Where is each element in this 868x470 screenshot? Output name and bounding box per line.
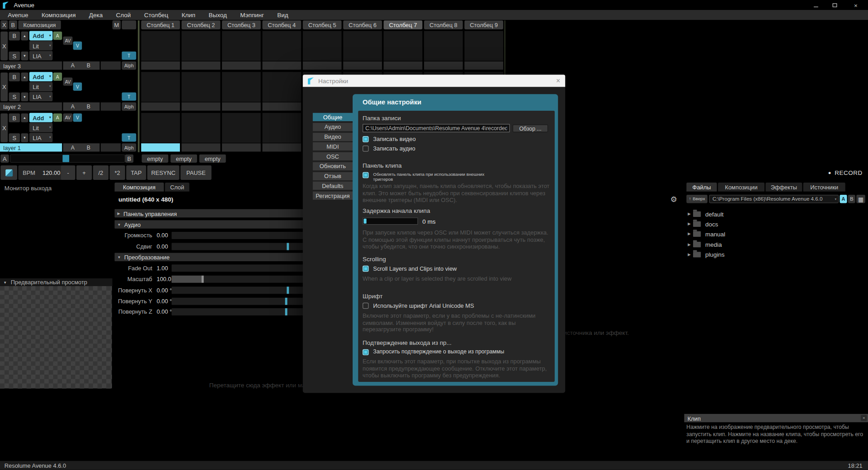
expand-caret-icon[interactable]: ▶	[685, 212, 693, 216]
settings-nav-отзыв[interactable]: Отзыв	[313, 172, 353, 180]
layer-layer1-a-button[interactable]: A	[53, 113, 62, 122]
layer-layer1-clip-strip-3[interactable]	[222, 143, 261, 151]
bpm-double-button[interactable]: *2	[109, 165, 125, 180]
layer-layer2-footer-a[interactable]: A	[71, 103, 75, 109]
layer-layer2-av-button[interactable]: AV	[63, 77, 73, 85]
font-checkbox[interactable]	[363, 303, 368, 309]
settings-nav-defaults[interactable]: Defaults	[313, 182, 353, 190]
layer-layer2-alpha-button[interactable]: Alph	[122, 103, 136, 111]
layer-layer1-clip-strip-1[interactable]	[141, 143, 180, 151]
settings-nav-midi[interactable]: MIDI	[313, 142, 353, 150]
layer-layer1-footer-a[interactable]: A	[71, 145, 75, 150]
record-audio-checkbox[interactable]	[363, 146, 368, 151]
layer-layer1-clip-cell-1[interactable]	[141, 113, 180, 143]
folder-row-default[interactable]: ▶default	[685, 209, 867, 219]
expand-caret-icon[interactable]: ▶	[685, 222, 693, 226]
layer-layer2-v-button[interactable]: V	[73, 82, 82, 90]
metronome-button[interactable]	[0, 165, 17, 180]
column-header-8[interactable]: Столбец 8	[424, 20, 463, 29]
resync-button[interactable]: RESYNC	[147, 165, 179, 180]
layer-layer3-clip-strip-8[interactable]	[424, 61, 463, 70]
layer-layer3-clip-strip-1[interactable]	[141, 61, 180, 70]
layer-layer3-name[interactable]: layer 3	[0, 61, 62, 70]
layer-layer1-clip-strip-4[interactable]	[262, 143, 301, 151]
folder-row-manual[interactable]: ▶manual	[685, 230, 867, 239]
deck-m-button[interactable]: M	[113, 20, 121, 29]
menu-дека[interactable]: Дека	[82, 10, 109, 20]
layer-layer3-clip-cell-2[interactable]	[182, 31, 221, 61]
dialog-close-icon[interactable]: ×	[556, 76, 560, 85]
clip-slot-empty-1[interactable]: empty	[142, 155, 168, 163]
layer-layer2-clip-cell-2[interactable]	[182, 72, 221, 102]
layer-layer2-up-icon[interactable]: ▲	[21, 72, 28, 81]
layer-layer1-solo-button[interactable]: S	[9, 133, 20, 142]
browse-button[interactable]: Обзор ...	[513, 125, 548, 132]
record-video-checkbox[interactable]	[363, 136, 368, 142]
expand-caret-icon[interactable]: ▶	[685, 242, 693, 247]
layer-layer1-t-button[interactable]: T	[122, 133, 136, 141]
layer-layer3-clip-strip-9[interactable]	[464, 61, 503, 70]
layer-layer3-clip-strip-5[interactable]	[303, 61, 342, 70]
browser-up-button[interactable]: ↑Вверх	[686, 195, 708, 203]
layer-layer2-solo-button[interactable]: S	[9, 92, 20, 101]
layer-layer1-av-button[interactable]: AV	[63, 113, 73, 122]
layer-layer3-fx2-dropdown[interactable]: LIA	[29, 51, 52, 61]
layer-layer1-footer-b[interactable]: B	[87, 145, 90, 150]
layer-layer1-clip-cell-3[interactable]	[222, 113, 261, 143]
layer-layer1-up-icon[interactable]: ▲	[21, 113, 28, 122]
deck-b-select-button[interactable]: B	[848, 195, 855, 203]
layer-layer2-a-button[interactable]: A	[53, 72, 62, 80]
layer-layer3-clip-strip-2[interactable]	[182, 61, 221, 70]
crossfader-b-button[interactable]: B	[125, 155, 133, 163]
layer-layer3-clip-cell-4[interactable]	[262, 31, 301, 61]
files-tab-эффекты[interactable]: Эффекты	[765, 183, 802, 192]
layer-layer1-down-icon[interactable]: ▼	[21, 133, 28, 142]
layer-layer3-blend-dropdown[interactable]: Add	[29, 31, 52, 41]
layer-layer3-x-button[interactable]: X	[0, 32, 8, 61]
column-header-5[interactable]: Столбец 5	[303, 20, 342, 29]
layer-layer3-clip-cell-5[interactable]	[303, 31, 342, 61]
tap-button[interactable]: TAP	[126, 165, 146, 180]
expand-caret-icon[interactable]: ▶	[685, 252, 693, 257]
layer-layer3-clip-strip-6[interactable]	[343, 61, 382, 70]
layer-layer3-up-icon[interactable]: ▲	[21, 32, 28, 41]
browser-path-dropdown[interactable]: C:\Program Files (x86)\Resolume Avenue 4…	[709, 195, 839, 203]
menu-композиция[interactable]: Композиция	[35, 10, 82, 20]
crossfader-track[interactable]	[10, 155, 125, 163]
scrolling-checkbox[interactable]	[363, 266, 368, 272]
layer-layer1-clip-cell-2[interactable]	[182, 113, 221, 143]
column-header-4[interactable]: Столбец 4	[262, 20, 301, 29]
settings-nav-видео[interactable]: Видео	[313, 132, 353, 141]
settings-nav-аудио[interactable]: Аудио	[313, 123, 353, 131]
layer-layer3-a-button[interactable]: A	[53, 32, 62, 40]
close-button[interactable]: ×	[848, 1, 864, 9]
deck-b-button[interactable]: B	[9, 20, 17, 29]
layer-layer1-clip-strip-2[interactable]	[182, 143, 221, 151]
layer-layer2-x-button[interactable]: X	[0, 72, 8, 101]
layer-layer1-alpha-button[interactable]: Alph	[122, 143, 136, 151]
folder-row-docs[interactable]: ▶docs	[685, 219, 867, 229]
column-header-7[interactable]: Столбец 7	[384, 20, 423, 29]
settings-nav-общие[interactable]: Общие	[313, 113, 353, 121]
record-button[interactable]: ● RECORD	[828, 165, 863, 180]
settings-nav-обновить[interactable]: Обновить	[313, 162, 353, 170]
layer-layer1-bypass-button[interactable]: B	[9, 113, 20, 122]
layer-layer1-x-button[interactable]: X	[0, 113, 8, 142]
clip-delay-slider[interactable]	[363, 217, 418, 225]
quit-confirm-checkbox[interactable]	[363, 349, 368, 355]
recording-folder-input[interactable]	[363, 124, 510, 132]
menu-вид[interactable]: Вид	[271, 10, 295, 20]
deck-x-button[interactable]: X	[0, 20, 8, 29]
layer-layer1-fx2-dropdown[interactable]: LIA	[29, 133, 52, 142]
column-header-1[interactable]: Столбец 1	[141, 20, 180, 29]
pause-button[interactable]: PAUSE	[180, 165, 212, 180]
layer-layer2-bypass-button[interactable]: B	[9, 72, 20, 81]
layer-layer2-clip-strip-2[interactable]	[182, 103, 221, 111]
layer-layer3-footer-a[interactable]: A	[71, 62, 75, 68]
column-header-9[interactable]: Столбец 9	[464, 20, 503, 29]
layer-layer2-down-icon[interactable]: ▼	[21, 92, 28, 101]
layer-layer3-clip-cell-7[interactable]	[384, 31, 423, 61]
layer-layer3-footer-b[interactable]: B	[87, 62, 90, 68]
layer-layer3-clip-cell-8[interactable]	[424, 31, 463, 61]
layer-layer2-clip-strip-3[interactable]	[222, 103, 261, 111]
